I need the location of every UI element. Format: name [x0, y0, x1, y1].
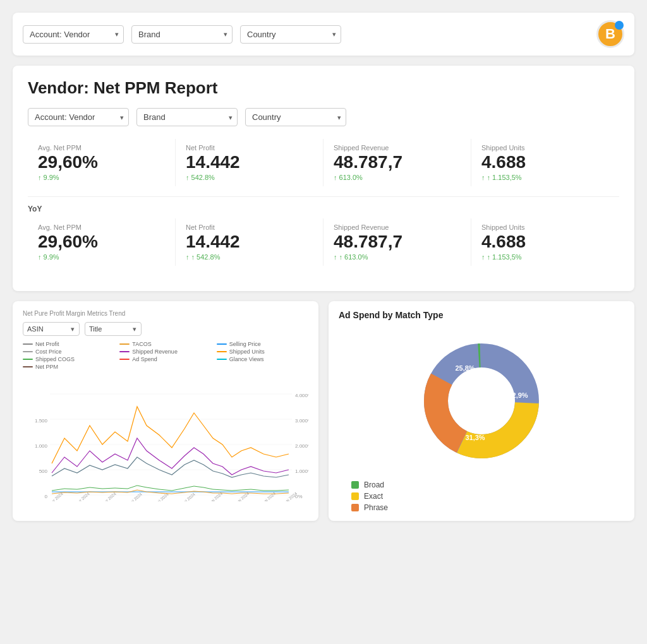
line-title-select[interactable]: Title	[85, 322, 142, 336]
legend-exact-label: Exact	[364, 492, 383, 501]
legend-dot-net-profit	[23, 343, 33, 345]
rep-account-select[interactable]: Account: Vendor	[28, 108, 129, 126]
legend-dot-cost-price	[23, 351, 33, 352]
svg-text:21 mai 2024: 21 mai 2024	[277, 491, 298, 501]
metric-yoy-label-2: Shipped Revenue	[334, 224, 461, 231]
top-brand-wrap[interactable]: Brand	[131, 25, 233, 44]
legend-label-selling-price: Selling Price	[229, 341, 261, 347]
legend-cost-price: Cost Price	[23, 349, 114, 355]
metric-change-1: 542.8%	[186, 174, 313, 181]
top-country-select[interactable]: Country	[240, 25, 341, 44]
line-asin-select[interactable]: ASIN	[23, 322, 80, 336]
donut-wrap: 42,9% 25,8% 31,3% Broad Exact Phrase	[339, 326, 624, 512]
metrics-yoy: Avg. Net PPM 29,60% 9.9% Net Profit 14.4…	[28, 218, 619, 266]
metric-label-3: Shipped Units	[481, 144, 609, 152]
legend-dot-shipped-units	[217, 351, 227, 352]
metric-shipped-units: Shipped Units 4.688 ↑ 1.153,5%	[471, 139, 619, 186]
legend-selling-price: Selling Price	[217, 341, 308, 347]
metric-value-3: 4.688	[481, 153, 609, 172]
legend-dot-glance-views	[217, 359, 227, 360]
legend-exact: Exact	[351, 492, 388, 501]
svg-text:42,9%: 42,9%	[508, 391, 528, 399]
legend-dot-shipped-cogs	[23, 359, 33, 360]
report-filters: Account: Vendor Brand Country	[28, 108, 619, 126]
line-title-wrap[interactable]: Title	[85, 322, 142, 336]
top-account-select[interactable]: Account: Vendor	[23, 25, 124, 44]
legend-glance-views: Glance Views	[217, 356, 308, 362]
legend-net-ppm: Net PPM	[23, 364, 114, 370]
legend-phrase-label: Phrase	[364, 503, 388, 512]
legend-broad-dot	[351, 481, 359, 489]
metric-yoy-label-1: Net Profit	[186, 224, 313, 231]
legend-dot-net-ppm	[23, 366, 33, 367]
metric-label-2: Shipped Revenue	[334, 144, 461, 152]
bottom-row: Net Pure Profit Margin Metrics Trend ASI…	[13, 301, 634, 521]
metric-yoy-value-1: 14.442	[186, 232, 313, 252]
metric-yoy-change-3: ↑ 1.153,5%	[481, 253, 609, 261]
legend-tacos: TACOS	[119, 341, 211, 347]
legend-phrase: Phrase	[351, 503, 388, 512]
metric-shipped-revenue: Shipped Revenue 48.787,7 613.0%	[324, 139, 471, 186]
svg-text:1.000%: 1.000%	[295, 468, 308, 474]
metric-value-1: 14.442	[186, 153, 313, 172]
donut-chart-card: Ad Spend by Match Type	[329, 301, 634, 521]
line-chart-svg-wrap: 0 500 1.000 1.500 0% 1.000% 2.000% 3.000…	[23, 375, 308, 504]
donut-chart-title: Ad Spend by Match Type	[339, 310, 624, 320]
yoy-label: YoY	[28, 205, 619, 213]
logo-badge: B	[596, 20, 624, 48]
legend-label-ad-spend: Ad Spend	[132, 356, 157, 362]
svg-text:17 mai 2024: 17 mai 2024	[229, 491, 250, 501]
legend-label-shipped-units: Shipped Units	[229, 349, 265, 355]
metric-avg-net-ppm: Avg. Net PPM 29,60% 9.9%	[28, 139, 176, 186]
metric-yoy-label-0: Avg. Net PPM	[38, 224, 165, 231]
line-chart-svg: 0 500 1.000 1.500 0% 1.000% 2.000% 3.000…	[23, 375, 308, 501]
metric-net-profit: Net Profit 14.442 542.8%	[176, 139, 324, 186]
report-title: Vendor: Net PPM Report	[28, 78, 619, 98]
metrics-grid-primary: Avg. Net PPM 29,60% 9.9% Net Profit 14.4…	[28, 139, 619, 186]
metric-yoy-change-1: ↑ 542.8%	[186, 253, 313, 261]
metric-yoy-label-3: Shipped Units	[481, 224, 609, 231]
top-account-wrap[interactable]: Account: Vendor	[23, 25, 124, 44]
top-brand-select[interactable]: Brand	[131, 25, 233, 44]
metric-yoy-avg-net-ppm: Avg. Net PPM 29,60% 9.9%	[28, 218, 176, 266]
top-country-wrap[interactable]: Country	[240, 25, 341, 44]
metric-value-2: 48.787,7	[334, 153, 461, 172]
svg-text:1.000: 1.000	[35, 443, 48, 449]
logo-letter: B	[605, 26, 615, 42]
metric-yoy-shipped-revenue: Shipped Revenue 48.787,7 ↑ 613.0%	[324, 218, 471, 266]
rep-country-wrap[interactable]: Country	[245, 108, 346, 126]
line-asin-wrap[interactable]: ASIN	[23, 322, 80, 336]
rep-account-wrap[interactable]: Account: Vendor	[28, 108, 129, 126]
legend-shipped-cogs: Shipped COGS	[23, 356, 114, 362]
rep-brand-wrap[interactable]: Brand	[136, 108, 238, 126]
legend-exact-dot	[351, 492, 359, 500]
metric-label-1: Net Profit	[186, 144, 313, 152]
legend-shipped-units: Shipped Units	[217, 349, 308, 355]
svg-text:21 mai 2024: 21 mai 2024	[256, 491, 276, 501]
svg-text:1.500: 1.500	[35, 418, 48, 424]
legend-dot-shipped-revenue	[119, 351, 130, 352]
legend-net-profit: Net Profit	[23, 341, 114, 347]
donut-svg: 42,9% 25,8% 31,3%	[412, 331, 551, 470]
metric-yoy-value-3: 4.688	[481, 232, 609, 252]
svg-text:1 mai 2024: 1 mai 2024	[124, 491, 143, 501]
rep-brand-select[interactable]: Brand	[136, 108, 238, 126]
legend-label-glance-views: Glance Views	[229, 356, 264, 362]
legend-phrase-dot	[351, 504, 359, 511]
line-chart-card: Net Pure Profit Margin Metrics Trend ASI…	[13, 301, 318, 521]
donut-legend: Broad Exact Phrase	[339, 480, 388, 512]
legend-label-tacos: TACOS	[132, 341, 151, 347]
rep-country-select[interactable]: Country	[245, 108, 346, 126]
metric-yoy-value-0: 29,60%	[38, 232, 165, 252]
legend-ad-spend: Ad Spend	[119, 356, 211, 362]
donut-svg-wrap: 42,9% 25,8% 31,3%	[412, 331, 551, 470]
report-card: Vendor: Net PPM Report Account: Vendor B…	[13, 66, 634, 291]
svg-text:25,8%: 25,8%	[455, 364, 475, 372]
svg-text:4.000%: 4.000%	[295, 393, 308, 398]
metric-change-2: 613.0%	[334, 174, 461, 181]
top-bar: Account: Vendor Brand Country B	[13, 13, 634, 56]
svg-text:31,3%: 31,3%	[465, 434, 485, 441]
legend-dot-selling-price	[217, 343, 227, 345]
metric-yoy-net-profit: Net Profit 14.442 ↑ 542.8%	[176, 218, 324, 266]
metric-label-0: Avg. Net PPM	[38, 144, 165, 152]
